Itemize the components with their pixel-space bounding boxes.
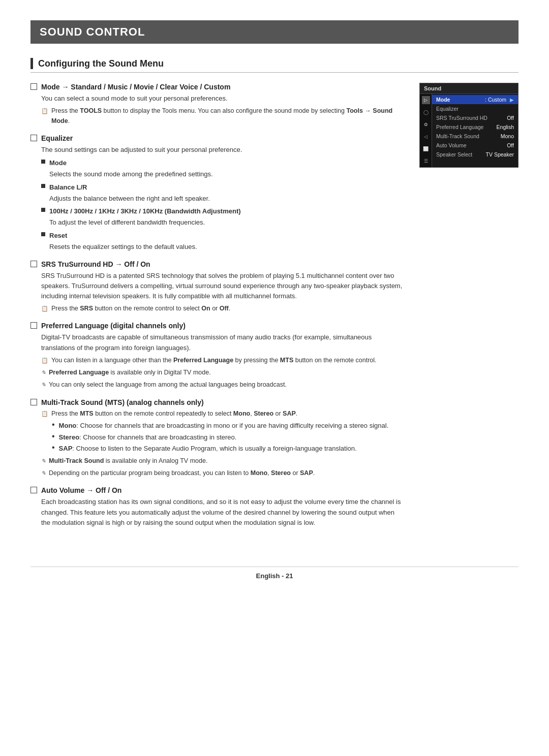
black-square-mode xyxy=(41,160,45,164)
topic-multi-track-body: 📋 Press the MTS button on the remote con… xyxy=(41,409,404,479)
topic-multi-track-note1: ✎ Multi-Track Sound is available only in… xyxy=(41,456,404,466)
black-square-bandwidth xyxy=(41,208,45,212)
topic-srs-body: SRS TruSurround HD is a patented SRS tec… xyxy=(41,271,404,314)
tv-menu-icon-4: ◁ xyxy=(422,133,430,141)
topic-multi-track-note-pre: 📋 Press the MTS button on the remote con… xyxy=(41,409,404,419)
section-heading-bar xyxy=(30,58,33,69)
black-square-balance xyxy=(41,184,45,188)
checkbox-icon-mode xyxy=(30,83,37,90)
footer-text: English - 21 xyxy=(256,572,293,580)
tv-menu-arrow-mode: ▶ xyxy=(510,97,514,103)
topic-equalizer: Equalizer The sound settings can be adju… xyxy=(30,134,404,252)
tv-menu-row-multitrack: Multi-Track Sound Mono xyxy=(432,132,518,141)
bullet-dot-sap: • xyxy=(52,444,55,452)
topic-auto-volume-heading: Auto Volume → Off / On xyxy=(30,486,404,494)
remote-icon-mode: 📋 xyxy=(41,107,48,115)
tv-menu-row-srs-label: SRS TruSurround HD xyxy=(436,115,487,121)
topic-multi-track-note2: ✎ Depending on the particular program be… xyxy=(41,468,404,478)
bullet-sap: • SAP: Choose to listen to the Separate … xyxy=(52,444,404,454)
tv-menu-header: Sound xyxy=(420,83,518,94)
topic-multi-track: Multi-Track Sound (MTS) (analog channels… xyxy=(30,398,404,479)
topic-preferred-lang-note2: ✎ Preferred Language is available only i… xyxy=(41,368,404,377)
tv-menu-row-srs: SRS TruSurround HD Off xyxy=(432,113,518,122)
topic-multi-track-heading: Multi-Track Sound (MTS) (analog channels… xyxy=(30,398,404,406)
tv-menu-rows: Mode : Custom ▶ Equalizer SRS TruSurroun… xyxy=(432,94,518,167)
checkbox-icon-srs xyxy=(30,261,37,267)
topic-equalizer-body: The sound settings can be adjusted to su… xyxy=(41,145,404,252)
topic-preferred-lang-heading: Preferred Language (digital channels onl… xyxy=(30,322,404,330)
subitem-mode-desc: Selects the sound mode among the predefi… xyxy=(49,169,404,179)
topic-mode-heading: Mode → Standard / Music / Movie / Clear … xyxy=(30,83,404,91)
checkbox-icon-auto-volume xyxy=(30,487,37,493)
page-footer: English - 21 xyxy=(30,566,518,580)
tv-menu-icon-6: ☰ xyxy=(422,157,430,165)
tv-menu-row-speaker-value: TV Speaker xyxy=(486,151,514,158)
tv-menu-row-mode-value: : Custom ▶ xyxy=(485,97,514,103)
topic-mode-body: You can select a sound mode to suit your… xyxy=(41,93,404,126)
bullet-dot-mono: • xyxy=(52,421,55,429)
tv-menu-row-preferred: Preferred Language English xyxy=(432,122,518,132)
info-icon-preferred-lang2: ✎ xyxy=(41,381,46,389)
topic-preferred-lang: Preferred Language (digital channels onl… xyxy=(30,322,404,390)
checkbox-icon-preferred-lang xyxy=(30,322,37,329)
tv-menu-row-multitrack-value: Mono xyxy=(501,133,514,139)
topic-srs: SRS TruSurround HD → Off / On SRS TruSur… xyxy=(30,260,404,314)
info-icon-multi-track1: ✎ xyxy=(41,457,46,465)
tv-menu-icon-sound: ▷ xyxy=(422,96,430,104)
tv-menu-row-equalizer: Equalizer xyxy=(432,104,518,113)
subitem-bandwidth-desc: To adjust the level of different bandwid… xyxy=(49,217,404,228)
tv-menu-row-autovolume: Auto Volume Off xyxy=(432,141,518,150)
tv-menu-row-autovolume-value: Off xyxy=(507,142,514,148)
topic-mode: Mode → Standard / Music / Movie / Clear … xyxy=(30,83,404,126)
tv-menu-row-srs-value: Off xyxy=(507,115,514,121)
checkbox-icon-multi-track xyxy=(30,399,37,405)
subitem-mode: Mode Selects the sound mode among the pr… xyxy=(41,158,404,179)
tv-menu-row-multitrack-label: Multi-Track Sound xyxy=(436,133,479,139)
tv-menu: Sound ▷ ◯ ✿ ◁ ⬜ ☰ Mode : Custom ▶ xyxy=(419,83,518,168)
topic-equalizer-heading: Equalizer xyxy=(30,134,404,142)
subitem-balance-desc: Adjusts the balance between the right an… xyxy=(49,194,404,204)
page-header: SOUND CONTROL xyxy=(30,20,518,44)
main-content: Mode → Standard / Music / Movie / Clear … xyxy=(30,83,518,536)
topic-srs-heading: SRS TruSurround HD → Off / On xyxy=(30,260,404,268)
subitem-balance: Balance L/R Adjusts the balance between … xyxy=(41,182,404,204)
tv-menu-title: Sound xyxy=(424,85,441,91)
remote-icon-multi-track: 📋 xyxy=(41,410,48,418)
subitem-reset: Reset Resets the equalizer settings to t… xyxy=(41,231,404,252)
bullet-dot-stereo: • xyxy=(52,432,55,440)
tv-menu-column: Sound ▷ ◯ ✿ ◁ ⬜ ☰ Mode : Custom ▶ xyxy=(419,83,518,536)
page-title: SOUND CONTROL xyxy=(40,25,509,39)
topic-srs-note: 📋 Press the SRS button on the remote con… xyxy=(41,304,404,313)
bullet-stereo: • Stereo: Choose for channels that are b… xyxy=(52,432,404,443)
tv-menu-sidebar: ▷ ◯ ✿ ◁ ⬜ ☰ Mode : Custom ▶ Equalizer xyxy=(420,94,518,167)
section-title: Configuring the Sound Menu xyxy=(38,58,164,69)
tv-menu-row-preferred-value: English xyxy=(497,124,514,130)
topic-preferred-lang-note3: ✎ You can only select the language from … xyxy=(41,380,404,390)
topic-auto-volume: Auto Volume → Off / On Each broadcasting… xyxy=(30,486,404,527)
topic-preferred-lang-note1: 📋 You can listen in a language other tha… xyxy=(41,356,404,365)
tv-menu-row-equalizer-label: Equalizer xyxy=(436,106,459,112)
section-heading: Configuring the Sound Menu xyxy=(30,58,518,73)
tv-menu-icons: ▷ ◯ ✿ ◁ ⬜ ☰ xyxy=(420,94,432,167)
tv-menu-icon-5: ⬜ xyxy=(422,145,430,153)
subitem-reset-desc: Resets the equalizer settings to the def… xyxy=(49,242,404,252)
tv-menu-row-speaker: Speaker Select TV Speaker xyxy=(432,150,518,159)
tv-menu-row-speaker-label: Speaker Select xyxy=(436,151,472,158)
topic-multi-track-bullets: • Mono: Choose for channels that are bro… xyxy=(52,421,404,454)
black-square-reset xyxy=(41,232,45,236)
subitem-bandwidth: 100Hz / 300Hz / 1KHz / 3KHz / 10KHz (Ban… xyxy=(41,206,404,228)
topic-auto-volume-body: Each broadcasting station has its own si… xyxy=(41,497,404,527)
tv-menu-row-mode-label: Mode xyxy=(436,97,450,103)
tv-menu-row-preferred-label: Preferred Language xyxy=(436,124,483,130)
bullet-mono: • Mono: Choose for channels that are bro… xyxy=(52,421,404,431)
tv-menu-icon-2: ◯ xyxy=(422,108,430,116)
tv-menu-row-autovolume-label: Auto Volume xyxy=(436,142,467,148)
tv-menu-icon-3: ✿ xyxy=(422,120,430,129)
info-icon-preferred-lang1: ✎ xyxy=(41,368,46,377)
info-icon-multi-track2: ✎ xyxy=(41,469,46,478)
checkbox-icon-equalizer xyxy=(30,135,37,141)
remote-icon-srs: 📋 xyxy=(41,304,48,313)
remote-icon-preferred-lang: 📋 xyxy=(41,356,48,365)
topic-mode-note: 📋 Press the TOOLS button to display the … xyxy=(41,106,404,126)
text-column: Mode → Standard / Music / Movie / Clear … xyxy=(30,83,404,536)
